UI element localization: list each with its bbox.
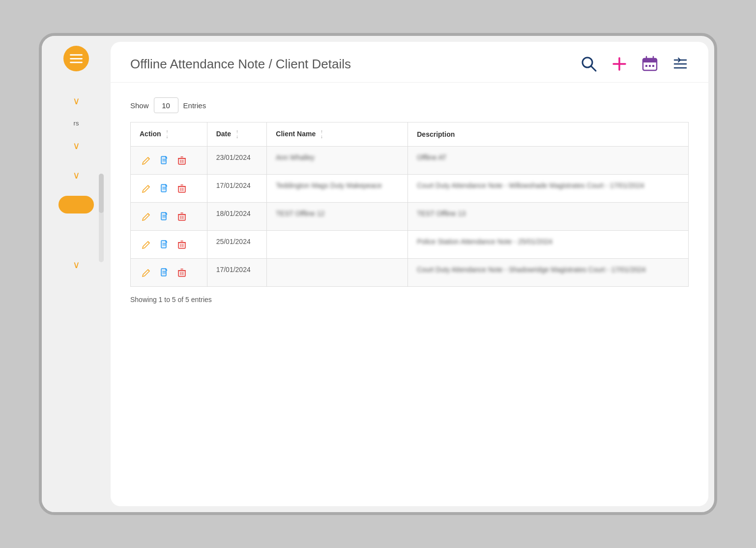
action-cell xyxy=(131,175,207,203)
sidebar-scrollbar-track xyxy=(99,174,104,262)
col-date: Date ↑↓ xyxy=(207,122,267,147)
table-row: 23/01/2024Ann WhalleyOffline AT xyxy=(131,147,689,175)
page-title-main: Offline Attendance Note xyxy=(130,57,265,71)
menu-icon xyxy=(70,52,83,65)
client-name-cell: Ann Whalley xyxy=(267,147,408,175)
svg-rect-11 xyxy=(645,65,647,67)
svg-rect-13 xyxy=(652,65,654,67)
calendar-icon[interactable] xyxy=(641,56,658,72)
action-icons xyxy=(140,153,198,167)
edit-button[interactable] xyxy=(140,153,153,167)
svg-rect-54 xyxy=(165,269,167,271)
client-name-cell: TEST Offline 12 xyxy=(267,203,408,231)
action-cell xyxy=(131,147,207,175)
menu-button[interactable] xyxy=(63,46,89,71)
search-icon[interactable] xyxy=(581,56,597,72)
attendance-table: Action ↑↓ Date ↑↓ Client Name ↑↓ Descr xyxy=(130,122,689,287)
col-action-sort[interactable]: ↑↓ xyxy=(166,129,168,139)
action-cell xyxy=(131,259,207,287)
description-cell: Offline AT xyxy=(408,147,689,175)
edit-button[interactable] xyxy=(140,266,153,279)
svg-rect-18 xyxy=(165,156,167,158)
svg-rect-21 xyxy=(178,158,185,164)
action-cell xyxy=(131,203,207,231)
sidebar-active-item[interactable] xyxy=(58,196,94,213)
svg-rect-8 xyxy=(643,59,657,62)
entries-count: Showing 1 to 5 of 5 entries xyxy=(130,296,689,304)
delete-button[interactable] xyxy=(175,153,189,167)
sidebar-chevron-3[interactable]: ∨ xyxy=(73,169,80,181)
show-label: Show xyxy=(130,101,149,110)
svg-rect-48 xyxy=(178,243,185,248)
action-icons xyxy=(140,266,198,279)
svg-rect-36 xyxy=(165,213,167,214)
date-cell: 18/01/2024 xyxy=(207,203,267,231)
main-content: Offline Attendance Note / Client Details xyxy=(111,42,708,506)
delete-button[interactable] xyxy=(175,238,189,251)
document-button[interactable] xyxy=(157,238,171,251)
svg-rect-30 xyxy=(178,186,185,192)
svg-rect-57 xyxy=(178,271,185,276)
table-row: 17/01/2024Teddington Mags Duty Makepeace… xyxy=(131,175,689,203)
col-description: Description xyxy=(408,122,689,147)
table-row: 18/01/2024TEST Offline 12TEST Offline 13 xyxy=(131,203,689,231)
show-entries-control: Show 10 Entries xyxy=(130,97,689,113)
action-icons xyxy=(140,182,198,195)
svg-rect-39 xyxy=(178,214,185,220)
svg-rect-1 xyxy=(70,58,83,60)
document-button[interactable] xyxy=(157,182,171,195)
sidebar-chevron-1[interactable]: ∨ xyxy=(73,95,80,107)
sidebar-chevron-2[interactable]: ∨ xyxy=(73,140,80,152)
description-cell: Court Duty Attendance Note - Shadowridge… xyxy=(408,259,689,287)
sidebar: ∨ rs ∨ ∨ ∨ xyxy=(42,36,111,512)
table-header-row: Action ↑↓ Date ↑↓ Client Name ↑↓ Descr xyxy=(131,122,689,147)
svg-line-4 xyxy=(591,66,596,71)
col-client-sort[interactable]: ↑↓ xyxy=(320,129,323,139)
document-button[interactable] xyxy=(157,210,171,223)
content-area: Show 10 Entries Action ↑↓ Date ↑↓ xyxy=(111,83,708,506)
edit-button[interactable] xyxy=(140,210,153,223)
page-title-separator: / xyxy=(268,57,275,71)
description-cell: Police Station Attendance Note - 25/01/2… xyxy=(408,231,689,259)
col-desc-label: Description xyxy=(417,130,455,138)
date-cell: 23/01/2024 xyxy=(207,147,267,175)
edit-button[interactable] xyxy=(140,182,153,195)
add-icon[interactable] xyxy=(611,56,628,72)
description-cell: TEST Offline 13 xyxy=(408,203,689,231)
date-cell: 25/01/2024 xyxy=(207,231,267,259)
svg-rect-27 xyxy=(165,184,167,186)
delete-button[interactable] xyxy=(175,266,189,279)
client-name-cell xyxy=(267,231,408,259)
table-body: 23/01/2024Ann WhalleyOffline AT xyxy=(131,147,689,287)
col-action-label: Action xyxy=(140,130,161,138)
svg-rect-2 xyxy=(70,62,83,63)
client-name-cell xyxy=(267,259,408,287)
page-header: Offline Attendance Note / Client Details xyxy=(111,42,708,83)
col-client-name-label: Client Name xyxy=(276,130,316,138)
col-date-label: Date xyxy=(216,130,231,138)
document-button[interactable] xyxy=(157,266,171,279)
sidebar-chevron-4[interactable]: ∨ xyxy=(73,259,80,271)
col-client-name: Client Name ↑↓ xyxy=(267,122,408,147)
sidebar-label-rs: rs xyxy=(74,120,79,127)
col-date-sort[interactable]: ↑↓ xyxy=(236,129,238,139)
svg-rect-12 xyxy=(649,65,651,67)
entries-input[interactable]: 10 xyxy=(154,97,178,113)
svg-rect-45 xyxy=(165,241,167,243)
entries-label: Entries xyxy=(183,101,206,110)
delete-button[interactable] xyxy=(175,210,189,223)
svg-rect-0 xyxy=(70,54,83,56)
table-row: 25/01/2024Police Station Attendance Note… xyxy=(131,231,689,259)
page-title-sub: Client Details xyxy=(276,57,351,71)
edit-button[interactable] xyxy=(140,238,153,251)
list-icon[interactable] xyxy=(672,56,689,72)
action-cell xyxy=(131,231,207,259)
action-icons xyxy=(140,238,198,251)
table-header: Action ↑↓ Date ↑↓ Client Name ↑↓ Descr xyxy=(131,122,689,147)
delete-button[interactable] xyxy=(175,182,189,195)
date-cell: 17/01/2024 xyxy=(207,175,267,203)
client-name-cell: Teddington Mags Duty Makepeace xyxy=(267,175,408,203)
document-button[interactable] xyxy=(157,153,171,167)
sidebar-scrollbar-thumb[interactable] xyxy=(99,174,104,213)
description-cell: Court Duty Attendance Note - Willowshade… xyxy=(408,175,689,203)
